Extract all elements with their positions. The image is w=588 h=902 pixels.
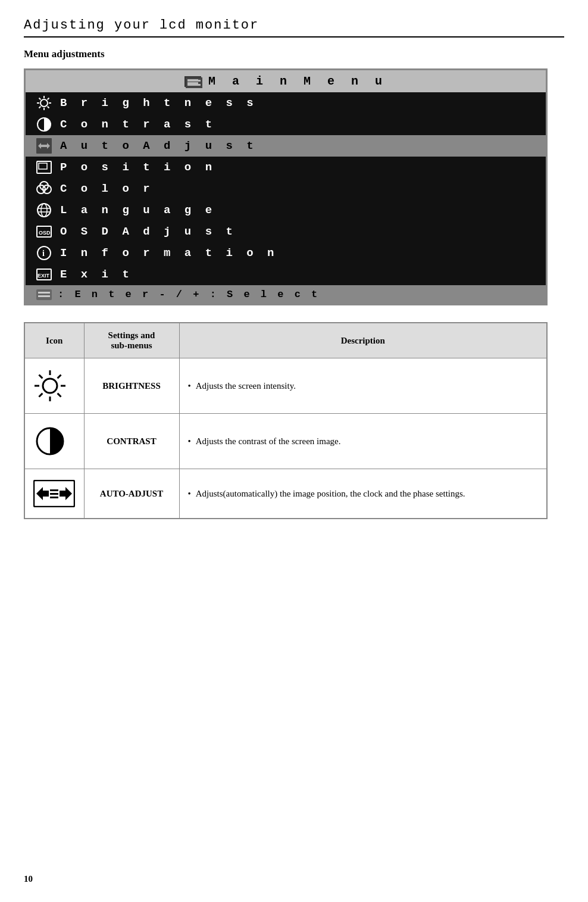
- svg-rect-2: [187, 84, 201, 86]
- page-title: Adjusting your lcd monitor: [24, 18, 564, 38]
- svg-point-3: [40, 99, 48, 107]
- osd-item-contrast: C o n t r a s t: [26, 114, 546, 135]
- svg-text:EXIT: EXIT: [37, 273, 50, 279]
- svg-line-8: [39, 98, 41, 100]
- osd-item-brightness: B r i g h t n e s s: [26, 92, 546, 114]
- autoadjust-desc: • Adjusts(automatically) the image posit…: [179, 469, 547, 519]
- osd-item-information: i I n f o r m a t i o n: [26, 242, 546, 264]
- color-icon-osd: [36, 181, 52, 196]
- table-header-icon: Icon: [24, 323, 84, 358]
- osd-item-exit: EXIT E x i t: [26, 264, 546, 285]
- osd-bottom-text: : E n t e r - / + : S e l e c t: [58, 289, 320, 300]
- contrast-icon-cell: [24, 414, 84, 469]
- osd-label-position: P o s i t i o n: [60, 161, 215, 174]
- osd-label-contrast: C o n t r a s t: [60, 118, 215, 131]
- svg-rect-16: [39, 163, 47, 169]
- svg-line-39: [58, 394, 61, 397]
- svg-rect-1: [187, 80, 201, 82]
- osd-label-information: I n f o r m a t i o n: [60, 246, 277, 260]
- contrast-name: CONTRAST: [84, 414, 179, 469]
- svg-line-9: [48, 107, 49, 108]
- svg-marker-45: [60, 487, 72, 500]
- table-row-autoadjust: AUTO-ADJUST • Adjusts(automatically) the…: [24, 469, 547, 519]
- osdadjust-icon-osd: OSD: [36, 224, 52, 239]
- osd-item-osdadjust: OSD O S D A d j u s t: [26, 221, 546, 242]
- brightness-desc: • Adjusts the screen intensity.: [179, 358, 547, 414]
- osd-item-color: C o l o r: [26, 178, 546, 199]
- svg-rect-0: [186, 77, 202, 88]
- contrast-desc: • Adjusts the contrast of the screen ima…: [179, 414, 547, 469]
- osd-label-language: L a n g u a g e: [60, 204, 215, 217]
- svg-rect-30: [36, 289, 52, 300]
- osd-display: M a i n M e n u B r i g h t n e s s: [24, 68, 548, 305]
- brightness-name: BRIGHTNESS: [84, 358, 179, 414]
- svg-point-33: [43, 379, 57, 393]
- svg-point-20: [37, 204, 51, 217]
- svg-point-21: [41, 204, 47, 217]
- osd-item-language: L a n g u a g e: [26, 199, 546, 221]
- osd-item-autoadjust: A u t o A d j u s t: [26, 135, 546, 157]
- section-heading: Menu adjustments: [24, 48, 564, 60]
- svg-line-10: [48, 98, 49, 100]
- svg-line-38: [39, 375, 43, 379]
- autoadjust-icon-osd: [36, 138, 52, 154]
- svg-rect-31: [38, 292, 50, 294]
- brightness-icon: [33, 369, 76, 402]
- autoadjust-icon-cell: [24, 469, 84, 519]
- osd-label-osdadjust: O S D A d j u s t: [60, 225, 236, 238]
- svg-line-11: [39, 107, 41, 108]
- svg-text:i: i: [42, 249, 45, 258]
- osd-title-icon: [184, 76, 201, 87]
- position-icon-osd: [36, 160, 52, 175]
- osd-label-autoadjust: A u t o A d j u s t: [60, 139, 257, 152]
- osd-title-text: M a i n M e n u: [208, 74, 387, 88]
- osd-item-position: P o s i t i o n: [26, 157, 546, 178]
- osd-label-color: C o l o r: [60, 182, 154, 195]
- contrast-icon-osd: [36, 117, 52, 132]
- svg-text:OSD: OSD: [39, 230, 51, 236]
- page-number: 10: [24, 874, 33, 884]
- information-icon-osd: i: [36, 245, 52, 261]
- autoadjust-name: AUTO-ADJUST: [84, 469, 179, 519]
- svg-rect-32: [38, 295, 50, 297]
- svg-rect-47: [50, 493, 58, 495]
- osd-title-bar: M a i n M e n u: [26, 70, 546, 92]
- osd-bottom-bar: : E n t e r - / + : S e l e c t: [26, 285, 546, 304]
- autoadjust-icon: [33, 480, 76, 507]
- svg-line-41: [39, 394, 43, 397]
- brightness-icon-cell: [24, 358, 84, 414]
- contrast-icon: [33, 425, 76, 458]
- svg-line-40: [58, 375, 61, 379]
- table-header-description: Description: [179, 323, 547, 358]
- settings-table: Icon Settings and sub-menus Description: [24, 322, 548, 519]
- table-row-brightness: BRIGHTNESS • Adjusts the screen intensit…: [24, 358, 547, 414]
- table-header-settings: Settings and sub-menus: [84, 323, 179, 358]
- svg-rect-46: [50, 489, 58, 491]
- osd-label-brightness: B r i g h t n e s s: [60, 96, 257, 110]
- brightness-icon: [36, 95, 52, 111]
- exit-icon-osd: EXIT: [36, 267, 52, 282]
- language-icon-osd: [36, 202, 52, 218]
- osd-label-exit: E x i t: [60, 268, 133, 281]
- svg-rect-48: [50, 497, 58, 498]
- table-row-contrast: CONTRAST • Adjusts the contrast of the s…: [24, 414, 547, 469]
- svg-marker-44: [36, 487, 49, 500]
